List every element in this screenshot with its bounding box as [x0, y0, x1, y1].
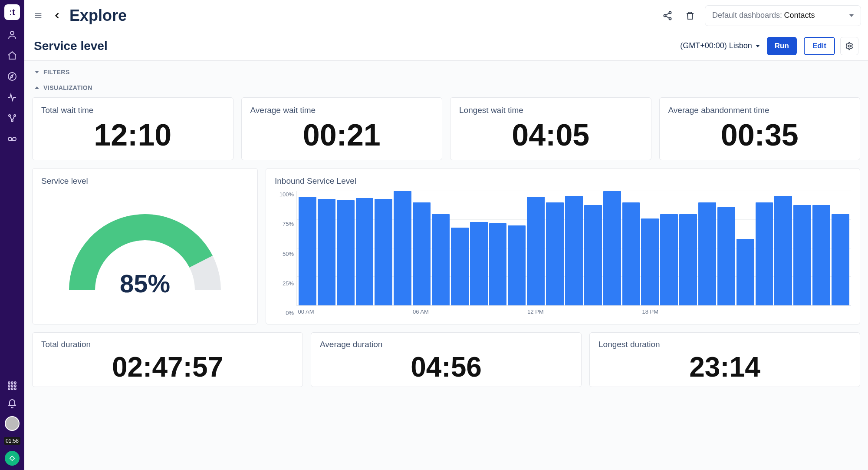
visualization-section-toggle[interactable]: VISUALIZATION — [32, 80, 860, 96]
kpi-label: Longest wait time — [459, 106, 642, 115]
settings-button[interactable] — [840, 37, 858, 55]
apps-icon[interactable] — [6, 380, 18, 392]
kpi-label: Total duration — [41, 340, 294, 349]
chart-bar — [736, 239, 754, 305]
kpi-avg-wait-time: Average wait time 00:21 — [241, 97, 443, 160]
chart-title: Inbound Service Level — [275, 176, 851, 186]
svg-point-8 — [11, 382, 13, 384]
svg-point-7 — [8, 382, 10, 384]
chevron-down-icon — [35, 71, 39, 73]
nav-item-pulse[interactable] — [6, 91, 18, 103]
gauge-title: Service level — [41, 176, 249, 186]
chart-bar — [641, 218, 659, 305]
svg-line-23 — [666, 13, 669, 15]
chart-bar — [394, 191, 411, 305]
svg-point-4 — [11, 120, 13, 122]
kpi-value: 04:56 — [320, 352, 572, 382]
kpi-label: Average wait time — [250, 106, 434, 115]
nav-item-flows[interactable] — [6, 112, 18, 124]
svg-point-25 — [848, 45, 851, 47]
chart-bar — [375, 199, 392, 305]
kpi-value: 04:05 — [459, 119, 642, 152]
chart-bar — [622, 202, 640, 305]
svg-point-14 — [11, 388, 13, 390]
chart-bar — [432, 214, 450, 305]
filters-section-toggle[interactable]: FILTERS — [32, 64, 860, 80]
svg-point-9 — [14, 382, 16, 384]
chart-bar — [508, 225, 526, 305]
filters-label: FILTERS — [43, 69, 70, 76]
chart-bar — [356, 198, 374, 305]
status-timer: 01:58 — [4, 437, 20, 445]
chart-bar — [603, 191, 621, 305]
app-logo: :t — [4, 4, 20, 20]
svg-point-10 — [8, 385, 10, 387]
kpi-avg-duration: Average duration 04:56 — [311, 332, 582, 387]
chart-inbound-service-level: Inbound Service Level 100%75%50%25%0% 00… — [266, 168, 860, 324]
chart-bar — [527, 197, 545, 305]
avatar[interactable] — [5, 416, 20, 431]
timezone-value: (GMT+00:00) Lisbon — [680, 41, 752, 50]
kpi-label: Longest duration — [598, 340, 851, 349]
chart-bar — [413, 202, 431, 305]
svg-line-24 — [666, 16, 669, 18]
chart-bar — [660, 214, 678, 305]
svg-point-11 — [11, 385, 13, 387]
chart-bar — [717, 207, 735, 305]
delete-button[interactable] — [682, 8, 698, 23]
run-button[interactable]: Run — [767, 37, 797, 55]
chart-bar — [584, 205, 602, 305]
kpi-value: 02:47:57 — [41, 352, 294, 382]
chart-bar — [451, 228, 469, 305]
svg-point-3 — [14, 115, 16, 116]
svg-point-13 — [8, 388, 10, 390]
kpi-label: Total wait time — [41, 106, 224, 115]
nav-item-voicemail[interactable] — [6, 133, 18, 145]
kpi-label: Average abandonment time — [668, 106, 852, 115]
nav-item-home[interactable] — [6, 50, 18, 62]
kpi-value: 23:14 — [598, 352, 851, 382]
chevron-up-icon — [35, 86, 39, 89]
back-button[interactable] — [52, 10, 62, 21]
chart-bar — [565, 196, 583, 305]
dashboard-select[interactable]: Default dashboards: Contacts — [705, 5, 861, 26]
kpi-total-duration: Total duration 02:47:57 — [32, 332, 303, 387]
svg-point-12 — [14, 385, 16, 387]
kpi-label: Average duration — [320, 340, 572, 349]
nav-item-explore[interactable] — [6, 70, 18, 83]
topbar: Explore Default dashboards: Contacts — [24, 0, 868, 31]
kpi-value: 00:21 — [250, 119, 434, 152]
kpi-value: 12:10 — [41, 119, 224, 152]
visualization-label: VISUALIZATION — [43, 84, 92, 91]
svg-point-15 — [14, 388, 16, 390]
chart-bar — [489, 223, 507, 305]
timezone-select[interactable]: (GMT+00:00) Lisbon — [680, 41, 760, 50]
svg-point-2 — [9, 115, 10, 116]
status-available-icon[interactable] — [5, 451, 20, 466]
chart-bar — [470, 222, 488, 305]
menu-toggle-icon[interactable] — [31, 9, 45, 23]
kpi-total-wait-time: Total wait time 12:10 — [32, 97, 233, 160]
dashboard-select-value: Contacts — [784, 11, 815, 20]
share-button[interactable] — [660, 8, 675, 23]
chart-bar — [679, 214, 697, 305]
edit-button[interactable]: Edit — [804, 37, 835, 55]
nav-item-agent[interactable] — [6, 29, 18, 41]
svg-rect-16 — [10, 456, 15, 461]
chart-bar — [832, 214, 849, 305]
notifications-icon[interactable] — [6, 398, 18, 410]
chart-bar — [793, 205, 811, 305]
kpi-avg-abandon-time: Average abandonment time 00:35 — [659, 97, 861, 160]
chart-bar — [546, 202, 564, 305]
chevron-down-icon — [756, 45, 760, 47]
chart-bar — [812, 205, 830, 305]
chart-bars — [296, 191, 851, 306]
kpi-longest-wait-time: Longest wait time 04:05 — [450, 97, 651, 160]
chart-x-axis: 00 AM06 AM12 PM18 PM — [296, 308, 851, 316]
chart-bar — [698, 202, 716, 305]
gauge-service-level: Service level 85% — [32, 168, 258, 324]
nav-rail: :t 01:58 — [0, 0, 24, 470]
dashboard-body: FILTERS VISUALIZATION Total wait time 12… — [24, 61, 868, 470]
kpi-value: 00:35 — [668, 119, 852, 152]
kpi-longest-duration: Longest duration 23:14 — [589, 332, 860, 387]
